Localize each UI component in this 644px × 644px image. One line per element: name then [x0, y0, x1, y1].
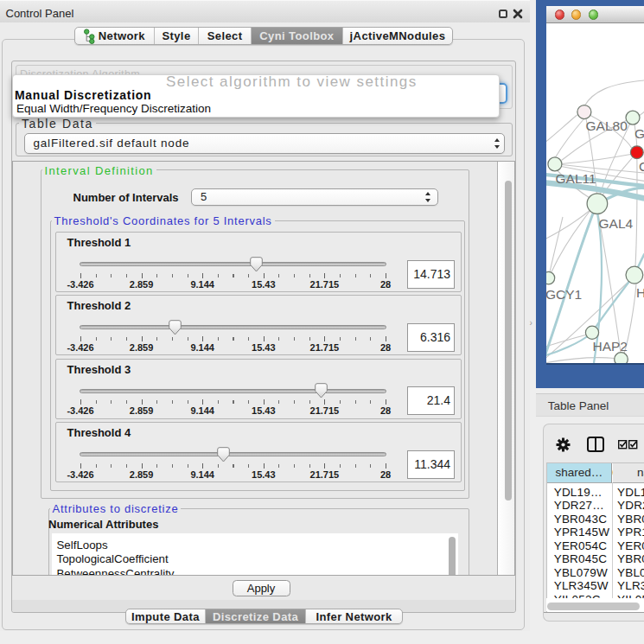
svg-text:HAP2: HAP2 — [592, 339, 628, 354]
svg-text:CY: CY — [639, 159, 644, 174]
svg-text:GA: GA — [634, 126, 644, 141]
svg-text:GCY1: GCY1 — [546, 287, 582, 302]
svg-text:GAL4: GAL4 — [598, 216, 633, 231]
svg-text:H: H — [636, 285, 644, 300]
svg-text:GAL11: GAL11 — [555, 171, 596, 186]
svg-text:GAL80: GAL80 — [585, 118, 628, 133]
